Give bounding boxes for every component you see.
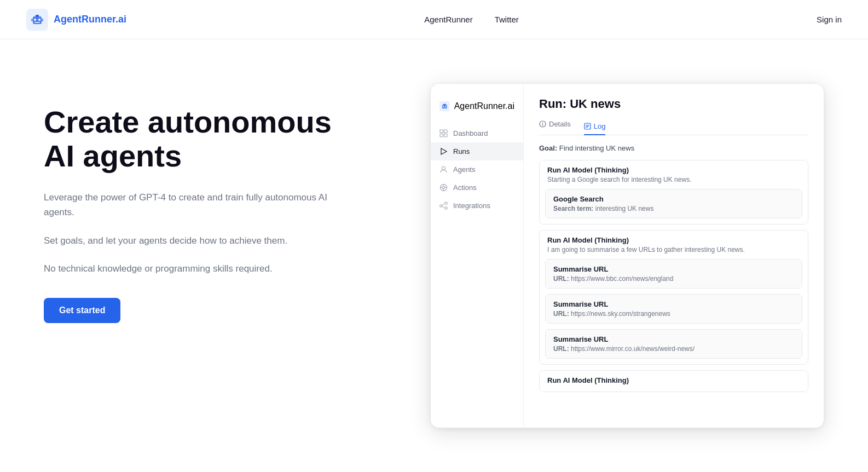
url-value-1: https://www.bbc.com/news/england (571, 275, 673, 283)
runs-icon (439, 147, 448, 156)
log-item-2-nested-3-header: Summarise URL URL: https://www.mirror.co… (546, 330, 802, 358)
log-item-2-header: Run AI Model (Thinking) I am going to su… (540, 231, 808, 259)
hero-right: AgentRunner.ai Dashboard (372, 83, 824, 428)
log-item-2-nested-3: Summarise URL URL: https://www.mirror.co… (545, 329, 802, 359)
sidebar-item-actions[interactable]: Actions (431, 179, 523, 197)
log-item-1-nested-desc: Search term: interesting UK news (553, 205, 794, 212)
hero-headline: Create autonomous AI agents (44, 105, 339, 172)
sidebar-label-actions: Actions (453, 183, 477, 192)
hero-desc-2: Set goals, and let your agents decide ho… (44, 233, 339, 248)
log-item-3-title: Run AI Model (Thinking) (547, 376, 800, 384)
log-item-2-nested-2-desc: URL: https://news.sky.com/strangenews (553, 310, 794, 318)
search-term-label: Search term: (553, 205, 593, 212)
svg-point-11 (443, 106, 444, 107)
tab-details[interactable]: Details (539, 120, 571, 130)
log-item-2-nested-2-header: Summarise URL URL: https://news.sky.com/… (546, 295, 802, 323)
log-item-2-title: Run AI Model (Thinking) (547, 236, 800, 244)
log-item-1-desc: Starting a Google search for interesting… (547, 176, 800, 183)
log-item-2-nested-2-title: Summarise URL (553, 300, 794, 308)
url-label-1: URL: (553, 275, 569, 283)
svg-point-33 (542, 122, 543, 123)
demo-tabs: Details Log (539, 120, 808, 135)
svg-rect-10 (443, 104, 445, 105)
log-item-2-nested-3-title: Summarise URL (553, 335, 794, 343)
svg-rect-13 (443, 107, 446, 108)
svg-point-21 (443, 187, 445, 189)
robot-icon (26, 9, 48, 31)
demo-sidebar-logo: AgentRunner.ai (431, 95, 523, 124)
log-item-3-header: Run AI Model (Thinking) (540, 371, 808, 392)
sidebar-label-integrations: Integrations (453, 202, 490, 210)
nav-center: AgentRunner Twitter (424, 15, 519, 24)
search-term-value: interesting UK news (595, 205, 654, 212)
goal-label: Goal: (539, 144, 557, 152)
demo-goal: Goal: Find intersting UK news (539, 144, 808, 152)
svg-rect-7 (42, 19, 43, 21)
actions-icon (439, 183, 448, 192)
sidebar-item-runs[interactable]: Runs (431, 142, 523, 160)
sidebar-label-runs: Runs (453, 147, 470, 156)
tab-log[interactable]: Log (584, 120, 606, 135)
demo-sidebar-logo-text: AgentRunner.ai (454, 101, 514, 111)
log-item-2-nested-1-header: Summarise URL URL: https://www.bbc.com/n… (546, 260, 802, 288)
url-label-3: URL: (553, 345, 569, 353)
demo-sidebar-robot-icon (439, 99, 450, 113)
svg-rect-14 (440, 130, 443, 133)
svg-rect-26 (440, 205, 442, 207)
log-item-1-nested-header: Google Search Search term: interesting U… (546, 189, 802, 218)
svg-rect-17 (444, 134, 448, 137)
get-started-button[interactable]: Get started (44, 298, 120, 323)
log-item-2-nested-3-desc: URL: https://www.mirror.co.uk/news/weird… (553, 345, 794, 353)
url-value-2: https://news.sky.com/strangenews (571, 310, 670, 318)
log-item-2-desc: I am going to summarise a few URLs to ga… (547, 246, 800, 254)
nav-logo[interactable]: AgentRunner.ai (26, 9, 126, 31)
nav-logo-text: AgentRunner.ai (54, 14, 126, 25)
svg-point-4 (38, 19, 40, 21)
dashboard-icon (439, 129, 448, 137)
svg-rect-28 (445, 207, 447, 209)
log-icon (584, 123, 591, 130)
nav-right: Sign in (817, 15, 842, 25)
demo-run-title: Run: UK news (539, 97, 808, 111)
svg-line-30 (442, 206, 444, 208)
sidebar-label-dashboard: Dashboard (453, 129, 488, 137)
tab-log-label: Log (594, 122, 606, 130)
url-value-3: https://www.mirror.co.uk/news/weird-news… (571, 345, 695, 353)
svg-rect-5 (34, 22, 40, 23)
details-icon (539, 120, 546, 128)
demo-sidebar: AgentRunner.ai Dashboard (431, 84, 524, 428)
tab-details-label: Details (549, 120, 571, 128)
log-item-1: Run AI Model (Thinking) Starting a Googl… (539, 160, 808, 225)
sign-in-button[interactable]: Sign in (817, 15, 842, 24)
url-label-2: URL: (553, 310, 569, 318)
log-item-2: Run AI Model (Thinking) I am going to su… (539, 230, 808, 365)
svg-point-3 (34, 19, 36, 21)
sidebar-label-agents: Agents (453, 165, 475, 174)
log-item-1-nested-title: Google Search (553, 195, 794, 203)
svg-line-29 (442, 204, 444, 206)
agentrunner-link[interactable]: AgentRunner (424, 15, 472, 24)
sidebar-item-integrations[interactable]: Integrations (431, 197, 523, 215)
log-item-1-header: Run AI Model (Thinking) Starting a Googl… (540, 160, 808, 189)
log-item-3: Run AI Model (Thinking) (539, 370, 808, 392)
log-item-2-nested-1: Summarise URL URL: https://www.bbc.com/n… (545, 259, 802, 289)
twitter-link[interactable]: Twitter (495, 15, 519, 24)
svg-rect-27 (445, 202, 447, 204)
hero-left: Create autonomous AI agents Leverage the… (44, 83, 339, 323)
svg-rect-15 (444, 130, 448, 133)
svg-point-19 (442, 166, 445, 170)
svg-marker-18 (441, 148, 447, 154)
log-item-2-nested-1-title: Summarise URL (553, 265, 794, 273)
log-item-1-nested: Google Search Search term: interesting U… (545, 189, 802, 218)
sidebar-item-agents[interactable]: Agents (431, 160, 523, 179)
goal-value: Find intersting UK news (559, 144, 634, 152)
log-item-2-nested-1-desc: URL: https://www.bbc.com/news/england (553, 275, 794, 283)
sidebar-item-dashboard[interactable]: Dashboard (431, 124, 523, 142)
log-item-1-title: Run AI Model (Thinking) (547, 166, 800, 174)
svg-rect-6 (31, 19, 33, 21)
hero-desc-3: No technical knowledge or programming sk… (44, 261, 339, 276)
log-item-2-nested-2: Summarise URL URL: https://news.sky.com/… (545, 294, 802, 324)
svg-rect-16 (440, 134, 443, 137)
svg-rect-2 (36, 15, 39, 17)
integrations-icon (439, 202, 448, 210)
